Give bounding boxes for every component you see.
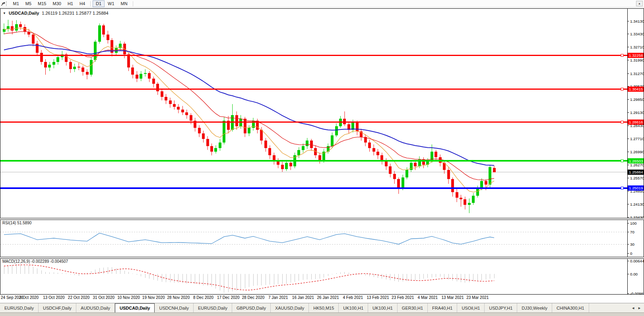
candle-body xyxy=(460,198,462,200)
candle-body xyxy=(281,165,284,170)
macd-label: MACD(12,26,9) -0.002289 -0.004507 xyxy=(2,259,68,264)
candle-body xyxy=(102,25,105,35)
price-tick-label: 1.26270 xyxy=(630,163,644,167)
main-chart-panel[interactable]: 1.341301.334301.327101.319901.312701.305… xyxy=(0,8,644,218)
date-label: 23 Feb 2021 xyxy=(392,295,414,300)
tab-scroll-left-icon[interactable]: ◄ xyxy=(631,306,635,310)
chart-tab-eurusd-5[interactable]: EURUSD,Daily xyxy=(194,303,232,312)
candle-body xyxy=(32,35,35,44)
trading-platform-window: { "toolbar": { "dropdown_glyph": "▾", "t… xyxy=(0,0,644,316)
macd-panel-border xyxy=(0,259,644,295)
candle-body xyxy=(493,168,496,172)
rsi-label: RSI(14) 51.5890 xyxy=(2,221,31,225)
chart-tab-usdcad-3[interactable]: USDCAD,Daily xyxy=(115,303,155,312)
price-tick-label: 1.32710 xyxy=(630,45,644,49)
candle-body xyxy=(297,150,300,156)
candle-body xyxy=(306,141,308,146)
date-label: 19 Nov 2020 xyxy=(142,295,165,300)
candle-body xyxy=(44,62,47,67)
candle-body xyxy=(177,107,180,110)
timeframe-button-m1[interactable]: M1 xyxy=(10,0,22,7)
candle-body xyxy=(156,84,159,91)
candle-body xyxy=(136,75,138,78)
candle-body xyxy=(190,115,192,121)
price-tick-label: 1.25570 xyxy=(630,176,644,180)
candle-body xyxy=(235,115,238,126)
candle-body xyxy=(7,26,10,29)
chart-tab-usdchf-1[interactable]: USDCHF,Daily xyxy=(39,303,76,312)
chart-tab-uk100-9[interactable]: UK100,H1 xyxy=(339,303,368,312)
chart-tab-usdjpy-14[interactable]: USDJPY,H1 xyxy=(485,303,517,312)
tab-scroll-arrows: ◄ ► xyxy=(628,303,644,312)
date-label: 7 Jan 2021 xyxy=(268,295,288,300)
chart-tab-eurusd-0[interactable]: EURUSD,Daily xyxy=(0,303,39,312)
toolbar-grip[interactable] xyxy=(6,1,8,6)
candle-body xyxy=(169,100,172,104)
candle-body xyxy=(107,35,109,40)
candle-body xyxy=(78,67,80,67)
axis-price-flag-label: 1.25019 xyxy=(629,186,643,190)
chart-tab-china300-16[interactable]: CHINA300,H1 xyxy=(552,303,589,312)
symbol-dropdown-icon[interactable]: ▼ xyxy=(3,12,6,15)
candle-body xyxy=(464,199,466,205)
line-drag-handle[interactable] xyxy=(621,121,623,123)
date-label: 13 Feb 2021 xyxy=(367,295,389,300)
timeframe-button-h4[interactable]: H4 xyxy=(76,0,88,7)
date-label: 17 Dec 2020 xyxy=(217,295,240,300)
chart-tab-usdcnh-4[interactable]: USDCNH,Daily xyxy=(155,303,194,312)
candle-body xyxy=(310,141,313,148)
date-label: 28 Nov 2020 xyxy=(167,295,190,300)
date-label: 16 Jan 2021 xyxy=(292,295,314,300)
line-drag-handle[interactable] xyxy=(621,54,623,56)
candle-body xyxy=(19,24,22,27)
tab-scroll-right-icon[interactable]: ► xyxy=(638,306,641,310)
candle-body xyxy=(331,135,334,146)
timeframe-button-m30[interactable]: M30 xyxy=(49,0,64,7)
candle-body xyxy=(468,203,471,205)
candle-body xyxy=(127,54,130,67)
timeframe-button-m5[interactable]: M5 xyxy=(22,0,35,7)
time-axis: 24 Sep 20203 Oct 202013 Oct 202022 Oct 2… xyxy=(0,295,644,302)
line-drag-handle[interactable] xyxy=(621,187,623,189)
chart-tab-hk50-8[interactable]: HK50,M15 xyxy=(309,303,339,312)
candle-body xyxy=(148,73,151,79)
chart-tabs-bar: EURUSD,DailyUSDCHF,DailyAUDUSD,DailyUSDC… xyxy=(0,303,644,312)
chart-tab-audusd-2[interactable]: AUDUSD,Daily xyxy=(76,303,115,312)
chart-tab-usoil-13[interactable]: USOil,H1 xyxy=(457,303,485,312)
timeframe-buttons: M1M5M15M30H1H4D1W1MN xyxy=(10,0,135,7)
chart-tab-xauusd-7[interactable]: XAUUSD,Daily xyxy=(271,303,309,312)
chart-tab-fra40-12[interactable]: FRA40,H1 xyxy=(428,303,457,312)
line-drag-handle[interactable] xyxy=(621,88,623,91)
timeframe-button-m15[interactable]: M15 xyxy=(35,0,49,7)
rsi-panel-border xyxy=(0,220,644,257)
candle-body xyxy=(165,97,167,100)
rsi-panel[interactable]: 10070300 xyxy=(0,220,644,257)
axis-price-flag-label: 1.30415 xyxy=(629,87,643,91)
candle-body xyxy=(372,148,375,152)
chart-tab-dj30-15[interactable]: DJ30,Weekly xyxy=(517,303,552,312)
timeframe-button-w1[interactable]: W1 xyxy=(105,0,118,7)
axis-price-flag-label: 1.32258 xyxy=(629,53,643,58)
chart-tab-uk100-10[interactable]: UK100,H1 xyxy=(368,303,398,312)
timeframe-button-h1[interactable]: H1 xyxy=(64,0,76,7)
price-tick-label: 1.24130 xyxy=(630,202,644,206)
price-tick-label: 1.29850 xyxy=(630,97,644,102)
candle-body xyxy=(86,72,89,75)
timeframe-button-mn[interactable]: MN xyxy=(118,0,131,7)
candle-body xyxy=(343,119,346,124)
candle-body xyxy=(456,192,458,198)
candle-body xyxy=(206,139,209,146)
candle-body xyxy=(11,26,14,31)
line-drag-handle[interactable] xyxy=(621,160,623,162)
candle-body xyxy=(223,121,225,143)
chart-tab-gbpusd-6[interactable]: GBPUSD,Daily xyxy=(232,303,271,312)
candle-body xyxy=(435,152,437,157)
toolbar-collapse-button[interactable]: ▲ xyxy=(636,1,643,6)
chart-tab-ger30-11[interactable]: GER30,H1 xyxy=(398,303,428,312)
candle-body xyxy=(289,163,292,166)
date-label: 22 Oct 2020 xyxy=(68,295,89,300)
price-tick-label: 1.34130 xyxy=(630,19,644,23)
macd-panel[interactable]: 0.0064440.00-0.00987 xyxy=(0,258,644,295)
candle-body xyxy=(214,148,217,152)
timeframe-button-d1[interactable]: D1 xyxy=(93,0,105,7)
